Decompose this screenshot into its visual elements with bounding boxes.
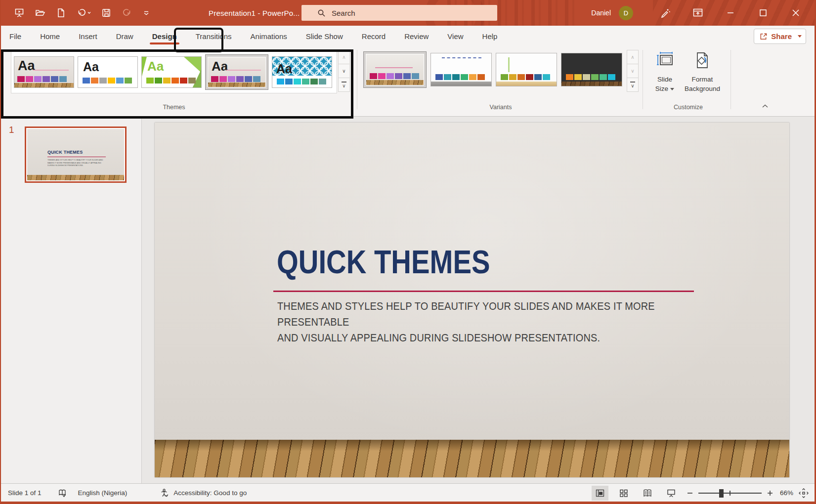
themes-gallery-more-button[interactable]: ∨ [338,78,350,92]
search-placeholder: Search [332,9,355,17]
format-background-icon [692,51,712,71]
themes-scroll-up-button[interactable]: ∧ [338,50,350,64]
title-bar: Presentation1 - PowerPo... Search Daniel… [0,0,816,26]
theme-color-swatches [17,76,67,82]
tab-view[interactable]: View [438,26,472,47]
tab-design[interactable]: Design [143,26,186,47]
slide-size-icon [655,51,675,71]
chevron-down-icon [798,35,802,38]
accessibility-status[interactable]: Accessibility: Good to go [173,489,247,497]
variants-gallery [363,49,626,89]
variant-thumbnail-1-selected[interactable] [363,51,427,88]
tab-record[interactable]: Record [352,26,395,47]
normal-view-button[interactable] [592,486,608,501]
tab-slide-show[interactable]: Slide Show [297,26,352,47]
tab-review[interactable]: Review [395,26,438,47]
language-indicator[interactable]: English (Nigeria) [78,489,128,497]
slide-canvas[interactable]: QUICK THEMES THEMES AND STYLES HELP TO B… [155,123,789,477]
active-tab-underline [150,42,179,44]
tab-insert[interactable]: Insert [69,26,107,47]
chevron-down-icon [670,88,674,90]
slide-sorter-view-button[interactable] [615,486,632,501]
zoom-out-button[interactable] [687,490,693,497]
customize-quick-access-icon[interactable] [142,7,150,18]
spell-check-icon[interactable] [57,488,67,498]
document-title: Presentation1 - PowerPo... [209,9,300,17]
zoom-slider-thumb[interactable] [719,489,724,498]
variants-scroll-up-button[interactable]: ∧ [627,50,639,64]
variants-scroll-down-button[interactable]: ∨ [627,64,639,78]
accessibility-icon [160,488,170,498]
format-background-button[interactable]: Format Background [681,51,724,93]
variant-color-swatches [435,74,485,80]
theme-thumbnail-4-selected[interactable]: Aa [205,54,268,90]
slide-number: 1 [9,125,14,135]
zoom-slider[interactable] [698,486,762,501]
slide-subtitle-text[interactable]: THEMES AND STYLES HELP TO BEAUTIFY YOUR … [277,298,719,346]
variant-color-swatches [566,74,615,80]
variant-thumbnail-3[interactable] [496,53,557,86]
group-label-customize: Customize [647,104,729,111]
themes-scroll-down-button[interactable]: ∨ [338,64,350,78]
tab-transitions[interactable]: Transitions [186,26,241,47]
variant-color-swatches [501,74,550,80]
slide-thumbnail-1[interactable]: QUICK THEMES THEMES AND STYLES HELP TO B… [25,126,127,183]
slide-show-button[interactable] [663,486,680,501]
theme-thumbnail-2[interactable]: Aa [78,56,138,88]
redo-icon [122,7,132,18]
slide-accent-line [273,291,694,292]
user-name[interactable]: Daniel [591,9,611,17]
theme-thumbnail-1[interactable]: Aa [14,56,74,88]
ribbon-design: Aa Aa Aa Aa Aa ∧ [0,47,816,117]
group-label-themes: Themes [11,104,337,111]
tab-draw[interactable]: Draw [107,26,143,47]
quick-access-toolbar [14,7,150,18]
collapse-ribbon-button[interactable] [761,103,769,110]
fit-slide-to-window-button[interactable] [798,488,809,499]
slide-size-button[interactable]: Slide Size [644,51,686,93]
theme-color-swatches [277,79,326,84]
search-icon [317,9,326,17]
tab-home[interactable]: Home [31,26,69,47]
theme-color-swatches [83,78,132,84]
slide-indicator[interactable]: Slide 1 of 1 [8,489,42,497]
start-slideshow-icon[interactable] [14,7,25,18]
minimize-button[interactable] [719,0,742,26]
variant-thumbnail-2[interactable] [430,53,492,86]
status-bar: Slide 1 of 1 English (Nigeria) Accessibi… [0,483,816,502]
themes-gallery-scroll: ∧ ∨ ∨ [338,50,350,92]
tab-animations[interactable]: Animations [241,26,297,47]
ribbon-tab-bar: File Home Insert Draw Design Transitions… [0,26,816,47]
slide-title-text[interactable]: QUICK THEMES [277,243,490,281]
variant-color-swatches [370,73,419,79]
save-icon[interactable] [101,7,112,18]
theme-thumbnail-5[interactable]: Aa [272,56,332,88]
ink-pen-icon[interactable] [654,0,677,26]
slide-editor-area: QUICK THEMES THEMES AND STYLES HELP TO B… [142,117,816,483]
variants-gallery-more-button[interactable]: ∨ [627,78,639,92]
reading-view-button[interactable] [639,486,656,501]
slide-thumbnail-panel: 1 QUICK THEMES THEMES AND STYLES HELP TO… [0,117,142,483]
share-button[interactable]: Share [754,29,806,44]
search-box[interactable]: Search [301,5,497,21]
theme-color-swatches [211,76,260,82]
maximize-button[interactable] [752,0,774,26]
tab-file[interactable]: File [0,26,31,47]
zoom-in-button[interactable] [767,490,773,497]
thumbnail-slide-title: QUICK THEMES [47,150,83,155]
new-file-icon[interactable] [55,7,66,18]
user-avatar[interactable]: D [619,6,633,20]
close-button[interactable] [784,0,807,26]
tab-help[interactable]: Help [473,26,507,47]
variants-gallery-scroll: ∧ ∨ ∨ [627,50,639,92]
share-icon [759,32,768,41]
zoom-percentage[interactable]: 66% [773,489,793,497]
ribbon-display-options-icon[interactable] [687,0,709,26]
theme-thumbnail-3[interactable]: Aa [141,56,202,88]
themes-gallery: Aa Aa Aa Aa Aa [11,50,337,93]
undo-icon[interactable] [76,7,91,18]
theme-color-swatches [146,78,196,84]
variant-thumbnail-4[interactable] [561,53,622,86]
open-file-icon[interactable] [35,7,45,18]
slide-wood-floor [155,440,789,477]
